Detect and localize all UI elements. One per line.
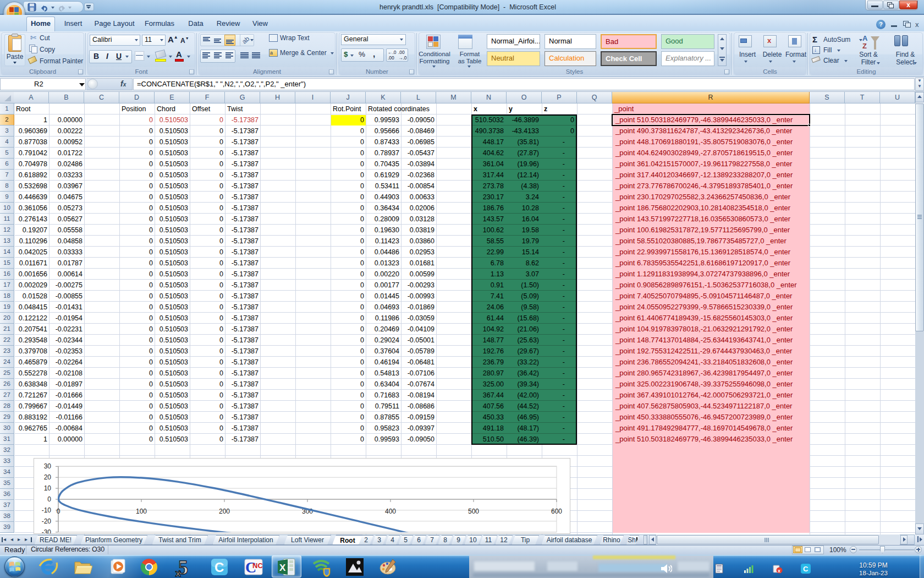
- svg-text:0: 0: [47, 495, 51, 503]
- svg-text:x: x: [778, 568, 780, 574]
- svg-text:20: 20: [44, 473, 52, 481]
- svg-text:0: 0: [57, 508, 61, 515]
- svg-text:X: X: [279, 563, 286, 573]
- svg-text:600: 600: [551, 508, 562, 515]
- svg-text:200: 200: [219, 508, 230, 515]
- svg-text:100: 100: [136, 508, 147, 515]
- svg-text:10: 10: [44, 484, 52, 492]
- svg-text:400: 400: [385, 508, 396, 515]
- svg-text:-20: -20: [42, 517, 52, 525]
- svg-text:30: 30: [44, 462, 52, 470]
- svg-text:C: C: [215, 560, 224, 575]
- svg-text:C: C: [803, 565, 809, 573]
- svg-text:NC: NC: [252, 561, 263, 570]
- svg-text:-30: -30: [42, 528, 52, 534]
- svg-text:500: 500: [468, 508, 479, 515]
- svg-text:x: x: [175, 568, 181, 578]
- svg-text:-10: -10: [42, 506, 52, 514]
